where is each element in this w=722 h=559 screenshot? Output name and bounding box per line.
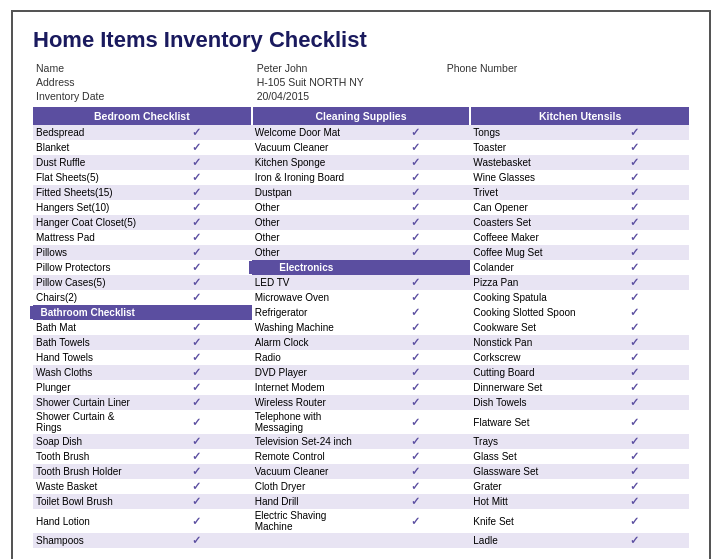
item-col2: Other <box>252 200 361 215</box>
check-mark: ✓ <box>411 515 420 527</box>
check-col3: ✓ <box>580 449 689 464</box>
item-col1: Bath Towels <box>33 335 142 350</box>
check-col2: ✓ <box>361 320 470 335</box>
item-col1: Shower Curtain Liner <box>33 395 142 410</box>
item-col2: DVD Player <box>252 365 361 380</box>
check-mark: ✓ <box>411 141 420 153</box>
check-col1: ✓ <box>142 533 251 548</box>
check-col3: ✓ <box>580 509 689 533</box>
check-col2: ✓ <box>361 410 470 434</box>
check-mark: ✓ <box>192 186 201 198</box>
check-mark: ✓ <box>411 336 420 348</box>
item-col1: Bathroom Checklist <box>33 305 142 320</box>
check-mark: ✓ <box>411 480 420 492</box>
check-mark: ✓ <box>192 435 201 447</box>
check-col2: ✓ <box>361 350 470 365</box>
check-col3: ✓ <box>580 170 689 185</box>
check-mark: ✓ <box>411 231 420 243</box>
item-col1: Fitted Sheets(15) <box>33 185 142 200</box>
item-col2: Cloth Dryer <box>252 479 361 494</box>
check-col2: ✓ <box>361 290 470 305</box>
page-title: Home Items Inventory Checklist <box>33 27 689 53</box>
check-col1: ✓ <box>142 170 251 185</box>
check-col2: ✓ <box>361 494 470 509</box>
check-mark: ✓ <box>411 156 420 168</box>
check-mark: ✓ <box>192 261 201 273</box>
main-container: Home Items Inventory Checklist Name Pete… <box>11 10 711 559</box>
check-col2 <box>361 533 470 548</box>
item-col1: Waste Basket <box>33 479 142 494</box>
check-col3: ✓ <box>580 335 689 350</box>
item-col1: Shampoos <box>33 533 142 548</box>
item-col1: Hand Towels <box>33 350 142 365</box>
check-col2: ✓ <box>361 275 470 290</box>
check-col3: ✓ <box>580 215 689 230</box>
item-col2: LED TV <box>252 275 361 290</box>
check-col1: ✓ <box>142 464 251 479</box>
check-mark: ✓ <box>411 321 420 333</box>
check-mark: ✓ <box>411 216 420 228</box>
check-col3: ✓ <box>580 434 689 449</box>
check-mark: ✓ <box>630 276 639 288</box>
check-mark: ✓ <box>630 171 639 183</box>
item-col2: Kitchen Sponge <box>252 155 361 170</box>
item-col1: Pillows <box>33 245 142 260</box>
item-col3: Corkscrew <box>470 350 579 365</box>
check-col3: ✓ <box>580 245 689 260</box>
item-col2: Refrigerator <box>252 305 361 320</box>
item-col3: Grater <box>470 479 579 494</box>
check-col1: ✓ <box>142 365 251 380</box>
check-col3: ✓ <box>580 464 689 479</box>
item-col2: Vacuum Cleaner <box>252 140 361 155</box>
check-col1: ✓ <box>142 320 251 335</box>
check-mark: ✓ <box>192 416 201 428</box>
item-col1: Blanket <box>33 140 142 155</box>
item-col1: Hand Lotion <box>33 509 142 533</box>
check-mark: ✓ <box>192 126 201 138</box>
check-mark: ✓ <box>411 171 420 183</box>
check-mark: ✓ <box>411 351 420 363</box>
item-col1: Bath Mat <box>33 320 142 335</box>
check-mark: ✓ <box>192 366 201 378</box>
item-col3: Dish Towels <box>470 395 579 410</box>
item-col2: Vacuum Cleaner <box>252 464 361 479</box>
item-col1: Bedspread <box>33 125 142 140</box>
check-col3: ✓ <box>580 155 689 170</box>
item-col3: Ladle <box>470 533 579 548</box>
item-col2: Internet Modem <box>252 380 361 395</box>
meta-info: Name Peter John Phone Number Address H-1… <box>33 61 689 103</box>
item-col1: Toilet Bowl Brush <box>33 494 142 509</box>
check-mark: ✓ <box>411 450 420 462</box>
item-col3: Can Opener <box>470 200 579 215</box>
check-mark: ✓ <box>630 261 639 273</box>
check-mark: ✓ <box>411 126 420 138</box>
date-label: Inventory Date <box>33 89 254 103</box>
check-mark: ✓ <box>630 156 639 168</box>
check-col3: ✓ <box>580 305 689 320</box>
check-mark: ✓ <box>192 201 201 213</box>
address-label: Address <box>33 75 254 89</box>
check-col3: ✓ <box>580 380 689 395</box>
check-col3: ✓ <box>580 200 689 215</box>
phone-value <box>671 61 689 75</box>
item-col2: Dustpan <box>252 185 361 200</box>
item-col1: Chairs(2) <box>33 290 142 305</box>
item-col2: Wireless Router <box>252 395 361 410</box>
check-mark: ✓ <box>192 396 201 408</box>
check-mark: ✓ <box>411 366 420 378</box>
item-col2: Radio <box>252 350 361 365</box>
item-col1: Wash Cloths <box>33 365 142 380</box>
item-col2: Television Set-24 inch <box>252 434 361 449</box>
check-col1: ✓ <box>142 155 251 170</box>
item-col3: Cutting Board <box>470 365 579 380</box>
check-col2: ✓ <box>361 245 470 260</box>
check-col2: ✓ <box>361 395 470 410</box>
check-mark: ✓ <box>411 396 420 408</box>
check-col1: ✓ <box>142 410 251 434</box>
check-col1: ✓ <box>142 185 251 200</box>
check-mark: ✓ <box>630 435 639 447</box>
check-col1: ✓ <box>142 335 251 350</box>
check-col2: ✓ <box>361 434 470 449</box>
check-mark: ✓ <box>192 246 201 258</box>
check-col3: ✓ <box>580 185 689 200</box>
